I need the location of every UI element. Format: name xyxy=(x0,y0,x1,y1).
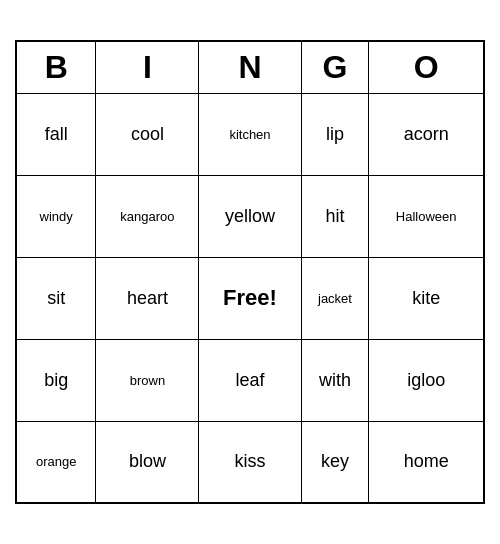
bingo-row-4: orangeblowkisskeyhome xyxy=(16,421,484,503)
bingo-cell-4-3: key xyxy=(301,421,369,503)
bingo-cell-4-0: orange xyxy=(16,421,96,503)
bingo-cell-0-1: cool xyxy=(96,93,199,175)
header-col-i: I xyxy=(96,41,199,93)
bingo-cell-4-1: blow xyxy=(96,421,199,503)
header-col-b: B xyxy=(16,41,96,93)
bingo-cell-2-3: jacket xyxy=(301,257,369,339)
header-col-g: G xyxy=(301,41,369,93)
bingo-cell-0-2: kitchen xyxy=(199,93,301,175)
bingo-cell-0-0: fall xyxy=(16,93,96,175)
bingo-cell-3-1: brown xyxy=(96,339,199,421)
header-col-o: O xyxy=(369,41,484,93)
bingo-cell-3-0: big xyxy=(16,339,96,421)
header-col-n: N xyxy=(199,41,301,93)
bingo-cell-3-2: leaf xyxy=(199,339,301,421)
bingo-cell-1-2: yellow xyxy=(199,175,301,257)
bingo-cell-0-4: acorn xyxy=(369,93,484,175)
bingo-row-1: windykangarooyellowhitHalloween xyxy=(16,175,484,257)
bingo-cell-1-0: windy xyxy=(16,175,96,257)
bingo-cell-2-0: sit xyxy=(16,257,96,339)
bingo-cell-4-4: home xyxy=(369,421,484,503)
bingo-cell-1-4: Halloween xyxy=(369,175,484,257)
bingo-cell-4-2: kiss xyxy=(199,421,301,503)
bingo-row-2: sitheartFree!jacketkite xyxy=(16,257,484,339)
bingo-cell-2-2: Free! xyxy=(199,257,301,339)
bingo-cell-2-1: heart xyxy=(96,257,199,339)
bingo-cell-1-1: kangaroo xyxy=(96,175,199,257)
bingo-cell-3-4: igloo xyxy=(369,339,484,421)
bingo-card: BINGO fallcoolkitchenlipacornwindykangar… xyxy=(15,40,485,504)
bingo-row-0: fallcoolkitchenlipacorn xyxy=(16,93,484,175)
bingo-row-3: bigbrownleafwithigloo xyxy=(16,339,484,421)
bingo-cell-3-3: with xyxy=(301,339,369,421)
bingo-cell-1-3: hit xyxy=(301,175,369,257)
bingo-header-row: BINGO xyxy=(16,41,484,93)
bingo-cell-2-4: kite xyxy=(369,257,484,339)
bingo-cell-0-3: lip xyxy=(301,93,369,175)
